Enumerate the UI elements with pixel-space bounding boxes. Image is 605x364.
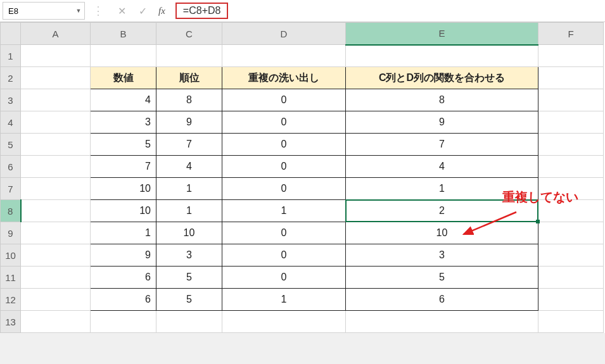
cell-D5[interactable]: 0	[222, 134, 346, 156]
row-header-11[interactable]: 11	[1, 267, 21, 289]
cell-A5[interactable]	[21, 134, 91, 156]
cell-F8[interactable]	[538, 200, 604, 222]
cell-E5[interactable]: 7	[346, 134, 538, 156]
cell-A2[interactable]	[21, 67, 91, 89]
cell-B9[interactable]: 1	[91, 222, 156, 244]
row-header-2[interactable]: 2	[1, 67, 21, 89]
row-header-5[interactable]: 5	[1, 134, 21, 156]
cell-B7[interactable]: 10	[91, 178, 156, 200]
cell-E3[interactable]: 8	[346, 89, 538, 111]
cell-F1[interactable]	[538, 45, 604, 67]
cell-C13[interactable]	[156, 311, 222, 333]
cell-A11[interactable]	[21, 267, 91, 289]
cell-C12[interactable]: 5	[156, 289, 222, 311]
cell-E9[interactable]: 10	[346, 222, 538, 244]
cell-A1[interactable]	[21, 45, 91, 67]
cell-B3[interactable]: 4	[91, 89, 156, 111]
cell-E11[interactable]: 5	[346, 267, 538, 289]
cell-D3[interactable]: 0	[222, 89, 346, 111]
cell-D1[interactable]	[222, 45, 346, 67]
cell-F13[interactable]	[538, 311, 604, 333]
cell-C6[interactable]: 4	[156, 156, 222, 178]
row-header-13[interactable]: 13	[1, 311, 21, 333]
cell-C11[interactable]: 5	[156, 267, 222, 289]
row-header-6[interactable]: 6	[1, 156, 21, 178]
cell-F12[interactable]	[538, 289, 604, 311]
cell-B10[interactable]: 9	[91, 244, 156, 267]
cell-A3[interactable]	[21, 89, 91, 111]
cell-D13[interactable]	[222, 311, 346, 333]
row-header-4[interactable]: 4	[1, 111, 21, 134]
cell-F2[interactable]	[538, 67, 604, 89]
cell-F4[interactable]	[538, 111, 604, 134]
cell-A9[interactable]	[21, 222, 91, 244]
cell-A6[interactable]	[21, 156, 91, 178]
cell-B12[interactable]: 6	[91, 289, 156, 311]
cell-D9[interactable]: 0	[222, 222, 346, 244]
accept-icon[interactable]: ✓	[139, 5, 147, 17]
cell-A13[interactable]	[21, 311, 91, 333]
cell-B11[interactable]: 6	[91, 267, 156, 289]
name-box[interactable]: E8 ▼	[3, 2, 85, 20]
cell-B5[interactable]: 5	[91, 134, 156, 156]
fx-icon[interactable]: fx	[158, 6, 165, 16]
cell-A7[interactable]	[21, 178, 91, 200]
cell-E8[interactable]: 2	[346, 200, 538, 222]
cell-C9[interactable]: 10	[156, 222, 222, 244]
cell-B6[interactable]: 7	[91, 156, 156, 178]
cell-F7[interactable]	[538, 178, 604, 200]
row-header-12[interactable]: 12	[1, 289, 21, 311]
cell-E6[interactable]: 4	[346, 156, 538, 178]
cancel-icon[interactable]: ✕	[118, 5, 126, 17]
row-header-7[interactable]: 7	[1, 178, 21, 200]
cell-E2[interactable]: C列とD列の関数を合わせる	[346, 67, 538, 89]
cell-C8[interactable]: 1	[156, 200, 222, 222]
cell-A10[interactable]	[21, 244, 91, 267]
cell-F5[interactable]	[538, 134, 604, 156]
cell-D4[interactable]: 0	[222, 111, 346, 134]
cell-D10[interactable]: 0	[222, 244, 346, 267]
cell-C5[interactable]: 7	[156, 134, 222, 156]
col-header-E[interactable]: E	[346, 23, 538, 45]
cell-E7[interactable]: 1	[346, 178, 538, 200]
cell-C10[interactable]: 3	[156, 244, 222, 267]
cell-D11[interactable]: 0	[222, 267, 346, 289]
select-all-corner[interactable]	[1, 23, 21, 45]
cell-D12[interactable]: 1	[222, 289, 346, 311]
row-header-9[interactable]: 9	[1, 222, 21, 244]
cell-E13[interactable]	[346, 311, 538, 333]
cell-E12[interactable]: 6	[346, 289, 538, 311]
cell-B1[interactable]	[91, 45, 156, 67]
cell-F3[interactable]	[538, 89, 604, 111]
cell-B2[interactable]: 数値	[91, 67, 156, 89]
col-header-D[interactable]: D	[222, 23, 346, 45]
row-header-10[interactable]: 10	[1, 244, 21, 267]
cell-B4[interactable]: 3	[91, 111, 156, 134]
cell-E4[interactable]: 9	[346, 111, 538, 134]
cell-D2[interactable]: 重複の洗い出し	[222, 67, 346, 89]
cell-B13[interactable]	[91, 311, 156, 333]
col-header-B[interactable]: B	[91, 23, 156, 45]
cell-F11[interactable]	[538, 267, 604, 289]
cell-B8[interactable]: 10	[91, 200, 156, 222]
cell-C7[interactable]: 1	[156, 178, 222, 200]
cell-A4[interactable]	[21, 111, 91, 134]
row-header-1[interactable]: 1	[1, 45, 21, 67]
cell-C3[interactable]: 8	[156, 89, 222, 111]
cell-E10[interactable]: 3	[346, 244, 538, 267]
row-header-8[interactable]: 8	[1, 200, 21, 222]
cell-D6[interactable]: 0	[222, 156, 346, 178]
cell-C2[interactable]: 順位	[156, 67, 222, 89]
col-header-F[interactable]: F	[538, 23, 604, 45]
row-header-3[interactable]: 3	[1, 89, 21, 111]
cell-F10[interactable]	[538, 244, 604, 267]
cell-A12[interactable]	[21, 289, 91, 311]
col-header-C[interactable]: C	[156, 23, 222, 45]
name-box-dropdown-icon[interactable]: ▼	[73, 3, 84, 19]
cell-A8[interactable]	[21, 200, 91, 222]
formula-input[interactable]: =C8+D8	[175, 3, 229, 19]
cell-D7[interactable]: 0	[222, 178, 346, 200]
cell-F9[interactable]	[538, 222, 604, 244]
cell-E1[interactable]	[346, 45, 538, 67]
cell-D8[interactable]: 1	[222, 200, 346, 222]
